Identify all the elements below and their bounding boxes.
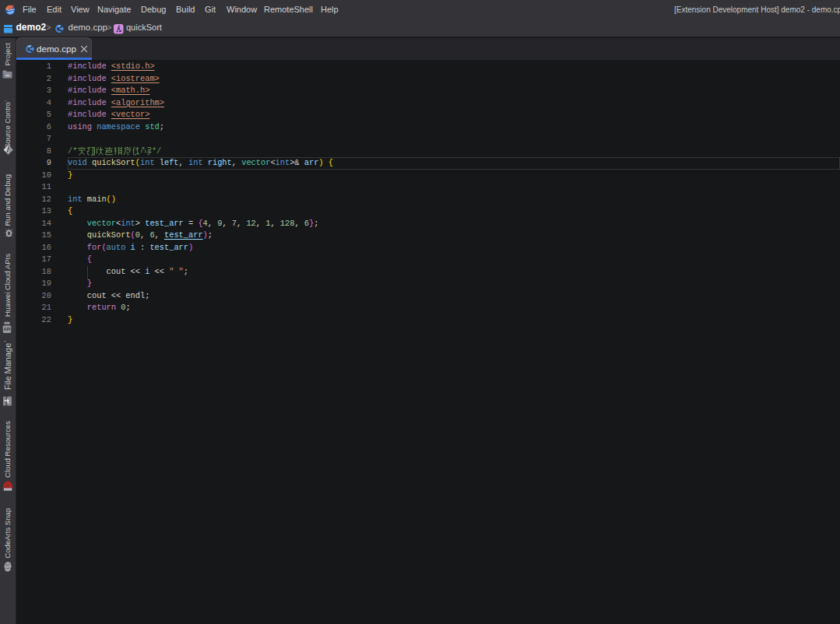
svg-text:API: API (4, 327, 11, 331)
